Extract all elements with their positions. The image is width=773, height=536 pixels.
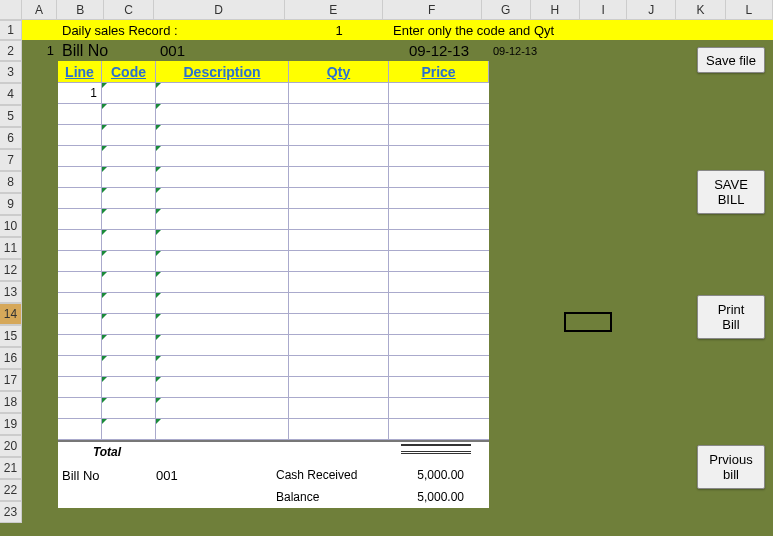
row-header-9[interactable]: 9 [0,193,22,215]
row-header-7[interactable]: 7 [0,149,22,171]
bill-table-body: 1 [58,83,489,440]
table-row[interactable] [58,377,489,398]
footer-billno-value: 001 [156,468,276,483]
col-header-K[interactable]: K [676,0,725,20]
col-qty[interactable]: Qty [289,61,389,82]
row-header-5[interactable]: 5 [0,105,22,127]
corner-cell [0,0,22,20]
table-row[interactable] [58,293,489,314]
col-price[interactable]: Price [389,61,489,82]
sum-line [401,444,471,454]
table-row[interactable] [58,335,489,356]
col-line[interactable]: Line [58,61,102,82]
cash-received-value: 5,000.00 [381,468,476,482]
table-row[interactable]: 1 [58,83,489,104]
row-header-20[interactable]: 20 [0,435,22,457]
billno-cell[interactable]: 001 [156,40,289,61]
bill-footer: Total Bill No 001 Cash Received 5,000.00… [58,440,489,508]
row-header-21[interactable]: 21 [0,457,22,479]
previous-bill-button[interactable]: Prvious bill [697,445,765,489]
table-row[interactable] [58,230,489,251]
date1-cell[interactable]: 09-12-13 [389,40,489,61]
table-row[interactable] [58,272,489,293]
table-row[interactable] [58,188,489,209]
bill-table-header: Line Code Description Qty Price [58,61,489,83]
col-header-D[interactable]: D [154,0,285,20]
table-row[interactable] [58,251,489,272]
date2-cell[interactable]: 09-12-13 [489,40,549,61]
row-headers: 1234567891011121314151617181920212223 [0,20,22,523]
footer-billno-label: Bill No [58,468,156,483]
title-cell[interactable]: Daily sales Record : [58,20,289,40]
table-row[interactable] [58,104,489,125]
column-headers: ABCDEFGHIJKL [0,0,773,20]
row-header-8[interactable]: 8 [0,171,22,193]
rec-number-cell[interactable]: 1 [289,20,389,40]
table-row[interactable] [58,146,489,167]
col-description[interactable]: Description [156,61,289,82]
col-header-G[interactable]: G [482,0,531,20]
col-header-B[interactable]: B [57,0,104,20]
row2-a[interactable]: 1 [22,40,58,61]
col-header-L[interactable]: L [726,0,773,20]
col-header-E[interactable]: E [285,0,383,20]
hint-cell[interactable]: Enter only the code and Qyt [389,20,589,40]
row-header-4[interactable]: 4 [0,83,22,105]
table-row[interactable] [58,314,489,335]
col-header-F[interactable]: F [383,0,481,20]
row-header-17[interactable]: 17 [0,369,22,391]
row-header-22[interactable]: 22 [0,479,22,501]
row-header-2[interactable]: 2 [0,40,22,61]
row-header-1[interactable]: 1 [0,20,22,40]
table-row[interactable] [58,419,489,440]
table-row[interactable] [58,356,489,377]
row-header-10[interactable]: 10 [0,215,22,237]
row-header-12[interactable]: 12 [0,259,22,281]
spreadsheet-area: Daily sales Record : 1 Enter only the co… [22,20,773,536]
row-header-19[interactable]: 19 [0,413,22,435]
save-bill-button[interactable]: SAVE BILL [697,170,765,214]
col-code[interactable]: Code [102,61,156,82]
row-header-15[interactable]: 15 [0,325,22,347]
print-bill-button[interactable]: Print Bill [697,295,765,339]
row-header-14[interactable]: 14 [0,303,22,325]
bill-table: Line Code Description Qty Price 1 Total … [58,61,489,508]
balance-value: 5,000.00 [381,490,476,504]
selection-box [564,312,612,332]
row-header-11[interactable]: 11 [0,237,22,259]
col-header-J[interactable]: J [627,0,676,20]
balance-label: Balance [276,490,381,504]
col-header-I[interactable]: I [580,0,627,20]
row-header-16[interactable]: 16 [0,347,22,369]
table-row[interactable] [58,125,489,146]
row-header-13[interactable]: 13 [0,281,22,303]
row-header-18[interactable]: 18 [0,391,22,413]
row-header-23[interactable]: 23 [0,501,22,523]
cash-received-label: Cash Received [276,468,381,482]
col-header-A[interactable]: A [22,0,57,20]
col-header-H[interactable]: H [531,0,580,20]
table-row[interactable] [58,167,489,188]
table-row[interactable] [58,209,489,230]
billno-label-cell[interactable]: Bill No [58,40,156,61]
save-file-button[interactable]: Save file [697,47,765,73]
row-header-6[interactable]: 6 [0,127,22,149]
row-2: 1 Bill No 001 09-12-13 09-12-13 [22,40,773,61]
col-header-C[interactable]: C [104,0,153,20]
table-row[interactable] [58,398,489,419]
row-header-3[interactable]: 3 [0,61,22,83]
row-1: Daily sales Record : 1 Enter only the co… [22,20,773,40]
total-label: Total [58,442,156,464]
